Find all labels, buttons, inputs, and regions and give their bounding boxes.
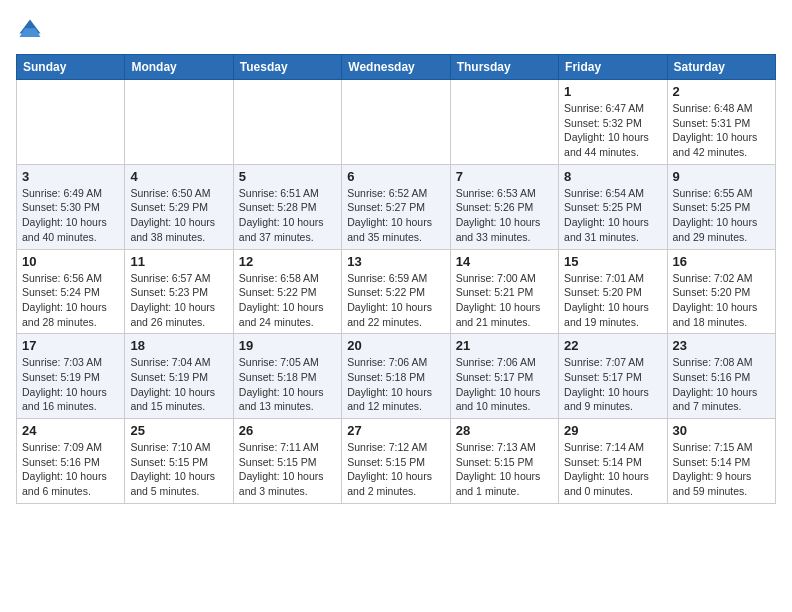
calendar-cell: 21Sunrise: 7:06 AMSunset: 5:17 PMDayligh… [450, 334, 558, 419]
day-info: Sunrise: 7:11 AMSunset: 5:15 PMDaylight:… [239, 440, 336, 499]
day-number: 16 [673, 254, 770, 269]
calendar-week-2: 3Sunrise: 6:49 AMSunset: 5:30 PMDaylight… [17, 164, 776, 249]
calendar-cell [342, 80, 450, 165]
day-info: Sunrise: 7:07 AMSunset: 5:17 PMDaylight:… [564, 355, 661, 414]
calendar-week-1: 1Sunrise: 6:47 AMSunset: 5:32 PMDaylight… [17, 80, 776, 165]
day-info: Sunrise: 7:09 AMSunset: 5:16 PMDaylight:… [22, 440, 119, 499]
day-number: 12 [239, 254, 336, 269]
weekday-header-row: SundayMondayTuesdayWednesdayThursdayFrid… [17, 55, 776, 80]
weekday-header-tuesday: Tuesday [233, 55, 341, 80]
page-header [16, 16, 776, 44]
calendar-cell: 12Sunrise: 6:58 AMSunset: 5:22 PMDayligh… [233, 249, 341, 334]
calendar-cell: 30Sunrise: 7:15 AMSunset: 5:14 PMDayligh… [667, 419, 775, 504]
calendar-cell [450, 80, 558, 165]
calendar-cell: 13Sunrise: 6:59 AMSunset: 5:22 PMDayligh… [342, 249, 450, 334]
calendar-cell: 22Sunrise: 7:07 AMSunset: 5:17 PMDayligh… [559, 334, 667, 419]
calendar-cell: 5Sunrise: 6:51 AMSunset: 5:28 PMDaylight… [233, 164, 341, 249]
day-number: 1 [564, 84, 661, 99]
day-info: Sunrise: 7:15 AMSunset: 5:14 PMDaylight:… [673, 440, 770, 499]
calendar-cell [125, 80, 233, 165]
day-number: 23 [673, 338, 770, 353]
calendar-cell: 1Sunrise: 6:47 AMSunset: 5:32 PMDaylight… [559, 80, 667, 165]
day-number: 30 [673, 423, 770, 438]
day-info: Sunrise: 7:04 AMSunset: 5:19 PMDaylight:… [130, 355, 227, 414]
day-info: Sunrise: 7:08 AMSunset: 5:16 PMDaylight:… [673, 355, 770, 414]
calendar-cell: 7Sunrise: 6:53 AMSunset: 5:26 PMDaylight… [450, 164, 558, 249]
day-info: Sunrise: 6:54 AMSunset: 5:25 PMDaylight:… [564, 186, 661, 245]
calendar-cell: 26Sunrise: 7:11 AMSunset: 5:15 PMDayligh… [233, 419, 341, 504]
day-number: 11 [130, 254, 227, 269]
day-info: Sunrise: 7:10 AMSunset: 5:15 PMDaylight:… [130, 440, 227, 499]
calendar-cell: 14Sunrise: 7:00 AMSunset: 5:21 PMDayligh… [450, 249, 558, 334]
day-info: Sunrise: 6:55 AMSunset: 5:25 PMDaylight:… [673, 186, 770, 245]
day-number: 26 [239, 423, 336, 438]
calendar-cell: 15Sunrise: 7:01 AMSunset: 5:20 PMDayligh… [559, 249, 667, 334]
day-info: Sunrise: 6:47 AMSunset: 5:32 PMDaylight:… [564, 101, 661, 160]
day-info: Sunrise: 7:00 AMSunset: 5:21 PMDaylight:… [456, 271, 553, 330]
day-info: Sunrise: 7:01 AMSunset: 5:20 PMDaylight:… [564, 271, 661, 330]
day-info: Sunrise: 7:06 AMSunset: 5:17 PMDaylight:… [456, 355, 553, 414]
day-info: Sunrise: 6:49 AMSunset: 5:30 PMDaylight:… [22, 186, 119, 245]
day-number: 15 [564, 254, 661, 269]
calendar-cell: 24Sunrise: 7:09 AMSunset: 5:16 PMDayligh… [17, 419, 125, 504]
logo [16, 16, 48, 44]
day-info: Sunrise: 6:51 AMSunset: 5:28 PMDaylight:… [239, 186, 336, 245]
day-info: Sunrise: 7:06 AMSunset: 5:18 PMDaylight:… [347, 355, 444, 414]
day-info: Sunrise: 6:53 AMSunset: 5:26 PMDaylight:… [456, 186, 553, 245]
calendar-cell [233, 80, 341, 165]
day-info: Sunrise: 7:12 AMSunset: 5:15 PMDaylight:… [347, 440, 444, 499]
calendar-cell: 10Sunrise: 6:56 AMSunset: 5:24 PMDayligh… [17, 249, 125, 334]
calendar-cell: 27Sunrise: 7:12 AMSunset: 5:15 PMDayligh… [342, 419, 450, 504]
day-info: Sunrise: 6:52 AMSunset: 5:27 PMDaylight:… [347, 186, 444, 245]
day-number: 10 [22, 254, 119, 269]
weekday-header-wednesday: Wednesday [342, 55, 450, 80]
day-number: 9 [673, 169, 770, 184]
weekday-header-monday: Monday [125, 55, 233, 80]
day-number: 28 [456, 423, 553, 438]
day-number: 19 [239, 338, 336, 353]
calendar-cell: 11Sunrise: 6:57 AMSunset: 5:23 PMDayligh… [125, 249, 233, 334]
day-info: Sunrise: 7:03 AMSunset: 5:19 PMDaylight:… [22, 355, 119, 414]
day-info: Sunrise: 6:59 AMSunset: 5:22 PMDaylight:… [347, 271, 444, 330]
day-number: 27 [347, 423, 444, 438]
day-info: Sunrise: 7:02 AMSunset: 5:20 PMDaylight:… [673, 271, 770, 330]
day-info: Sunrise: 6:58 AMSunset: 5:22 PMDaylight:… [239, 271, 336, 330]
calendar-cell [17, 80, 125, 165]
day-number: 6 [347, 169, 444, 184]
calendar-cell: 9Sunrise: 6:55 AMSunset: 5:25 PMDaylight… [667, 164, 775, 249]
day-number: 7 [456, 169, 553, 184]
calendar-cell: 19Sunrise: 7:05 AMSunset: 5:18 PMDayligh… [233, 334, 341, 419]
day-info: Sunrise: 7:05 AMSunset: 5:18 PMDaylight:… [239, 355, 336, 414]
calendar-cell: 18Sunrise: 7:04 AMSunset: 5:19 PMDayligh… [125, 334, 233, 419]
calendar-cell: 3Sunrise: 6:49 AMSunset: 5:30 PMDaylight… [17, 164, 125, 249]
calendar-week-3: 10Sunrise: 6:56 AMSunset: 5:24 PMDayligh… [17, 249, 776, 334]
calendar-cell: 4Sunrise: 6:50 AMSunset: 5:29 PMDaylight… [125, 164, 233, 249]
day-number: 3 [22, 169, 119, 184]
day-number: 20 [347, 338, 444, 353]
day-info: Sunrise: 6:48 AMSunset: 5:31 PMDaylight:… [673, 101, 770, 160]
calendar-cell: 8Sunrise: 6:54 AMSunset: 5:25 PMDaylight… [559, 164, 667, 249]
day-number: 24 [22, 423, 119, 438]
calendar-week-4: 17Sunrise: 7:03 AMSunset: 5:19 PMDayligh… [17, 334, 776, 419]
day-info: Sunrise: 7:14 AMSunset: 5:14 PMDaylight:… [564, 440, 661, 499]
day-info: Sunrise: 7:13 AMSunset: 5:15 PMDaylight:… [456, 440, 553, 499]
calendar-cell: 2Sunrise: 6:48 AMSunset: 5:31 PMDaylight… [667, 80, 775, 165]
logo-icon [16, 16, 44, 44]
day-number: 5 [239, 169, 336, 184]
day-number: 29 [564, 423, 661, 438]
day-number: 2 [673, 84, 770, 99]
calendar-cell: 6Sunrise: 6:52 AMSunset: 5:27 PMDaylight… [342, 164, 450, 249]
calendar-cell: 28Sunrise: 7:13 AMSunset: 5:15 PMDayligh… [450, 419, 558, 504]
day-number: 25 [130, 423, 227, 438]
calendar-table: SundayMondayTuesdayWednesdayThursdayFrid… [16, 54, 776, 504]
calendar-cell: 16Sunrise: 7:02 AMSunset: 5:20 PMDayligh… [667, 249, 775, 334]
calendar-cell: 20Sunrise: 7:06 AMSunset: 5:18 PMDayligh… [342, 334, 450, 419]
day-number: 4 [130, 169, 227, 184]
day-info: Sunrise: 6:57 AMSunset: 5:23 PMDaylight:… [130, 271, 227, 330]
calendar-cell: 17Sunrise: 7:03 AMSunset: 5:19 PMDayligh… [17, 334, 125, 419]
calendar-week-5: 24Sunrise: 7:09 AMSunset: 5:16 PMDayligh… [17, 419, 776, 504]
weekday-header-sunday: Sunday [17, 55, 125, 80]
weekday-header-thursday: Thursday [450, 55, 558, 80]
day-number: 8 [564, 169, 661, 184]
day-number: 17 [22, 338, 119, 353]
